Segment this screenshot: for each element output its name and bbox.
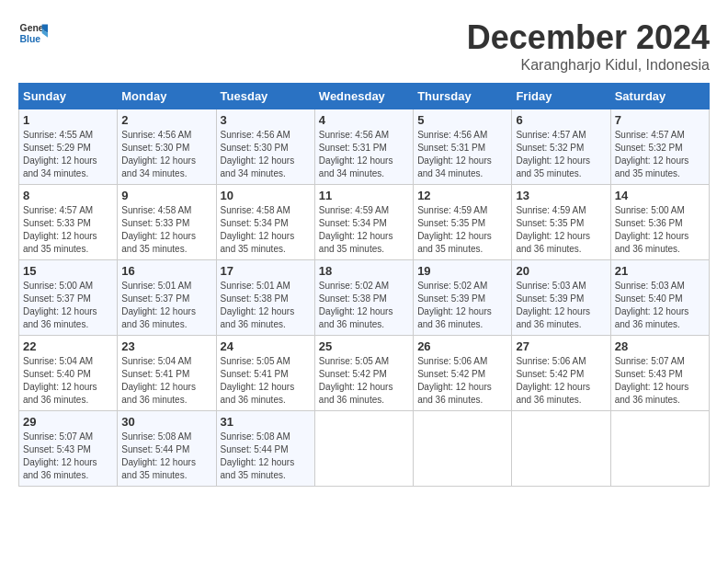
day-info: Sunrise: 5:02 AM Sunset: 5:38 PM Dayligh… <box>319 280 409 331</box>
page-header: General Blue December 2024 Karangharjo K… <box>18 18 710 74</box>
day-number: 20 <box>516 264 606 278</box>
day-info: Sunrise: 5:07 AM Sunset: 5:43 PM Dayligh… <box>23 431 113 482</box>
day-info: Sunrise: 4:59 AM Sunset: 5:35 PM Dayligh… <box>516 204 606 256</box>
table-row: 30Sunrise: 5:08 AM Sunset: 5:44 PM Dayli… <box>118 411 216 487</box>
table-row: 9Sunrise: 4:58 AM Sunset: 5:33 PM Daylig… <box>118 185 216 260</box>
table-row <box>610 411 709 487</box>
table-row: 24Sunrise: 5:05 AM Sunset: 5:41 PM Dayli… <box>216 336 314 411</box>
day-number: 21 <box>615 264 705 278</box>
day-number: 17 <box>221 264 311 278</box>
table-row: 3Sunrise: 4:56 AM Sunset: 5:30 PM Daylig… <box>216 109 314 185</box>
day-number: 6 <box>516 113 606 127</box>
table-row: 19Sunrise: 5:02 AM Sunset: 5:39 PM Dayli… <box>414 260 512 336</box>
day-number: 1 <box>23 113 113 127</box>
day-number: 8 <box>23 189 113 202</box>
general-blue-logo-icon: General Blue <box>18 18 48 48</box>
table-row: 2Sunrise: 4:56 AM Sunset: 5:30 PM Daylig… <box>118 109 216 185</box>
table-row <box>314 411 413 487</box>
table-row: 28Sunrise: 5:07 AM Sunset: 5:43 PM Dayli… <box>610 336 709 411</box>
table-row: 27Sunrise: 5:06 AM Sunset: 5:42 PM Dayli… <box>512 336 610 411</box>
day-number: 30 <box>121 415 211 429</box>
day-number: 18 <box>319 264 409 278</box>
table-row: 29Sunrise: 5:07 AM Sunset: 5:43 PM Dayli… <box>19 411 118 487</box>
day-info: Sunrise: 5:01 AM Sunset: 5:38 PM Dayligh… <box>221 280 311 331</box>
table-row: 7Sunrise: 4:57 AM Sunset: 5:32 PM Daylig… <box>610 109 709 185</box>
day-number: 22 <box>23 339 113 353</box>
day-info: Sunrise: 5:00 AM Sunset: 5:36 PM Dayligh… <box>615 204 705 256</box>
day-number: 15 <box>23 264 113 278</box>
day-number: 27 <box>516 339 606 353</box>
day-info: Sunrise: 4:56 AM Sunset: 5:31 PM Dayligh… <box>319 129 409 180</box>
calendar-table: Sunday Monday Tuesday Wednesday Thursday… <box>18 83 710 487</box>
day-number: 16 <box>121 264 211 278</box>
title-block: December 2024 Karangharjo Kidul, Indones… <box>467 18 710 74</box>
calendar-week-row: 29Sunrise: 5:07 AM Sunset: 5:43 PM Dayli… <box>19 411 710 487</box>
table-row: 5Sunrise: 4:56 AM Sunset: 5:31 PM Daylig… <box>414 109 512 185</box>
day-number: 28 <box>615 339 705 353</box>
col-saturday: Saturday <box>610 84 709 109</box>
col-wednesday: Wednesday <box>314 84 413 109</box>
calendar-week-row: 22Sunrise: 5:04 AM Sunset: 5:40 PM Dayli… <box>19 336 710 411</box>
table-row: 14Sunrise: 5:00 AM Sunset: 5:36 PM Dayli… <box>610 185 709 260</box>
table-row: 13Sunrise: 4:59 AM Sunset: 5:35 PM Dayli… <box>512 185 610 260</box>
day-info: Sunrise: 5:08 AM Sunset: 5:44 PM Dayligh… <box>221 431 311 482</box>
day-number: 25 <box>319 339 409 353</box>
day-info: Sunrise: 4:56 AM Sunset: 5:30 PM Dayligh… <box>121 129 211 180</box>
day-number: 2 <box>121 113 211 127</box>
table-row: 22Sunrise: 5:04 AM Sunset: 5:40 PM Dayli… <box>19 336 118 411</box>
calendar-week-row: 15Sunrise: 5:00 AM Sunset: 5:37 PM Dayli… <box>19 260 710 336</box>
day-number: 10 <box>221 189 311 202</box>
day-info: Sunrise: 5:06 AM Sunset: 5:42 PM Dayligh… <box>516 355 606 407</box>
table-row: 11Sunrise: 4:59 AM Sunset: 5:34 PM Dayli… <box>314 185 413 260</box>
table-row: 4Sunrise: 4:56 AM Sunset: 5:31 PM Daylig… <box>314 109 413 185</box>
day-number: 7 <box>615 113 705 127</box>
day-number: 24 <box>221 339 311 353</box>
day-info: Sunrise: 5:08 AM Sunset: 5:44 PM Dayligh… <box>121 431 211 482</box>
header-row: Sunday Monday Tuesday Wednesday Thursday… <box>19 84 710 109</box>
day-number: 13 <box>516 189 606 202</box>
table-row <box>414 411 512 487</box>
calendar-title: December 2024 <box>467 18 710 57</box>
table-row: 1Sunrise: 4:55 AM Sunset: 5:29 PM Daylig… <box>19 109 118 185</box>
day-info: Sunrise: 4:57 AM Sunset: 5:32 PM Dayligh… <box>615 129 705 180</box>
table-row: 10Sunrise: 4:58 AM Sunset: 5:34 PM Dayli… <box>216 185 314 260</box>
table-row <box>512 411 610 487</box>
table-row: 15Sunrise: 5:00 AM Sunset: 5:37 PM Dayli… <box>19 260 118 336</box>
day-info: Sunrise: 5:06 AM Sunset: 5:42 PM Dayligh… <box>417 355 507 407</box>
day-number: 3 <box>221 113 311 127</box>
day-info: Sunrise: 4:59 AM Sunset: 5:35 PM Dayligh… <box>417 204 507 256</box>
day-info: Sunrise: 5:00 AM Sunset: 5:37 PM Dayligh… <box>23 280 113 331</box>
day-info: Sunrise: 4:57 AM Sunset: 5:33 PM Dayligh… <box>23 204 113 256</box>
day-info: Sunrise: 4:55 AM Sunset: 5:29 PM Dayligh… <box>23 129 113 180</box>
day-number: 5 <box>417 113 507 127</box>
svg-text:Blue: Blue <box>20 34 41 44</box>
table-row: 17Sunrise: 5:01 AM Sunset: 5:38 PM Dayli… <box>216 260 314 336</box>
day-info: Sunrise: 5:07 AM Sunset: 5:43 PM Dayligh… <box>615 355 705 407</box>
day-info: Sunrise: 4:58 AM Sunset: 5:33 PM Dayligh… <box>121 204 211 256</box>
day-number: 14 <box>615 189 705 202</box>
day-number: 11 <box>319 189 409 202</box>
day-info: Sunrise: 4:58 AM Sunset: 5:34 PM Dayligh… <box>221 204 311 256</box>
day-number: 26 <box>417 339 507 353</box>
col-friday: Friday <box>512 84 610 109</box>
day-number: 23 <box>121 339 211 353</box>
table-row: 23Sunrise: 5:04 AM Sunset: 5:41 PM Dayli… <box>118 336 216 411</box>
calendar-week-row: 1Sunrise: 4:55 AM Sunset: 5:29 PM Daylig… <box>19 109 710 185</box>
col-thursday: Thursday <box>414 84 512 109</box>
day-info: Sunrise: 4:56 AM Sunset: 5:30 PM Dayligh… <box>221 129 311 180</box>
day-number: 4 <box>319 113 409 127</box>
day-info: Sunrise: 5:03 AM Sunset: 5:40 PM Dayligh… <box>615 280 705 331</box>
day-number: 31 <box>221 415 311 429</box>
table-row: 31Sunrise: 5:08 AM Sunset: 5:44 PM Dayli… <box>216 411 314 487</box>
table-row: 25Sunrise: 5:05 AM Sunset: 5:42 PM Dayli… <box>314 336 413 411</box>
day-info: Sunrise: 5:04 AM Sunset: 5:40 PM Dayligh… <box>23 355 113 407</box>
day-info: Sunrise: 4:57 AM Sunset: 5:32 PM Dayligh… <box>516 129 606 180</box>
table-row: 20Sunrise: 5:03 AM Sunset: 5:39 PM Dayli… <box>512 260 610 336</box>
table-row: 26Sunrise: 5:06 AM Sunset: 5:42 PM Dayli… <box>414 336 512 411</box>
table-row: 12Sunrise: 4:59 AM Sunset: 5:35 PM Dayli… <box>414 185 512 260</box>
calendar-week-row: 8Sunrise: 4:57 AM Sunset: 5:33 PM Daylig… <box>19 185 710 260</box>
table-row: 6Sunrise: 4:57 AM Sunset: 5:32 PM Daylig… <box>512 109 610 185</box>
day-info: Sunrise: 5:05 AM Sunset: 5:42 PM Dayligh… <box>319 355 409 407</box>
day-number: 9 <box>121 189 211 202</box>
day-number: 12 <box>417 189 507 202</box>
